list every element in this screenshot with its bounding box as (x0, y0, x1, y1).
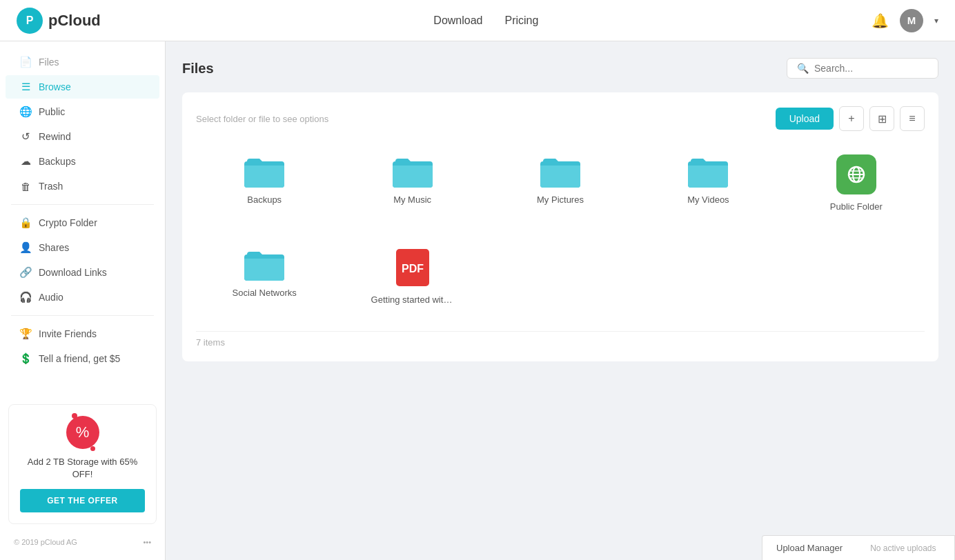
sidebar-item-tell-label: Tell a friend, get $5 (39, 353, 120, 364)
file-grid: Backups My Music My Pictures (196, 142, 925, 317)
grid-view-button[interactable]: ⊞ (869, 106, 894, 131)
sidebar-item-crypto[interactable]: 🔒 Crypto Folder (6, 211, 159, 234)
browse-icon: ☰ (19, 81, 32, 93)
sidebar-divider-2 (11, 315, 154, 316)
file-name-my-music: My Music (393, 194, 431, 205)
file-item-backups[interactable]: Backups (196, 142, 333, 224)
crypto-icon: 🔒 (19, 217, 32, 229)
promo-percent-icon: % (76, 423, 90, 441)
upload-manager-title: Upload Manager (776, 543, 843, 553)
folder-icon-my-music (393, 154, 433, 188)
sidebar-item-download-links-label: Download Links (39, 267, 107, 278)
logo-letter: P (26, 14, 34, 27)
main-content: Files 🔍 Select folder or file to see opt… (166, 41, 955, 560)
public-icon: 🌐 (19, 106, 32, 118)
sidebar-item-public-label: Public (39, 106, 65, 117)
invite-icon: 🏆 (19, 328, 32, 340)
pdf-icon: PDF (395, 248, 431, 288)
sidebar-item-rewind-label: Rewind (39, 131, 71, 142)
file-item-my-pictures[interactable]: My Pictures (492, 142, 629, 224)
file-name-social-networks: Social Networks (233, 288, 297, 298)
file-item-getting-started[interactable]: PDF Getting started with p… (344, 235, 480, 317)
avatar[interactable]: M (900, 9, 923, 32)
sidebar-item-invite[interactable]: 🏆 Invite Friends (6, 322, 159, 346)
sidebar-item-audio[interactable]: 🎧 Audio (6, 286, 159, 309)
logo-icon: P (17, 8, 43, 34)
sidebar-item-public[interactable]: 🌐 Public (6, 100, 159, 123)
footer-copyright: © 2019 pCloud AG (14, 538, 77, 546)
folder-icon-my-pictures (540, 154, 580, 188)
public-folder-svg (846, 164, 867, 185)
search-icon: 🔍 (797, 63, 809, 74)
add-folder-button[interactable]: + (839, 106, 864, 131)
sidebar-item-tell[interactable]: 💲 Tell a friend, get $5 (6, 347, 159, 370)
toolbar-actions: Upload + ⊞ ≡ (776, 106, 925, 131)
folder-icon-my-videos (688, 154, 728, 188)
sort-button[interactable]: ≡ (900, 106, 925, 131)
select-hint: Select folder or file to see options (196, 114, 328, 124)
sidebar-item-invite-label: Invite Friends (39, 328, 97, 339)
sidebar-item-shares[interactable]: 👤 Shares (6, 236, 159, 259)
footer-more-icon[interactable]: ••• (143, 538, 151, 546)
trash-icon: 🗑 (19, 180, 32, 192)
file-item-social-networks[interactable]: Social Networks (196, 235, 333, 317)
file-item-my-music[interactable]: My Music (344, 142, 480, 224)
search-box[interactable]: 🔍 (787, 58, 938, 79)
nav-download[interactable]: Download (433, 14, 482, 27)
promo-text: Add 2 TB Storage with 65% OFF! (20, 456, 145, 481)
sidebar-item-browse[interactable]: ☰ Browse (6, 75, 159, 99)
audio-icon: 🎧 (19, 291, 32, 303)
upload-manager[interactable]: Upload Manager No active uploads (762, 535, 955, 560)
file-name-my-pictures: My Pictures (537, 194, 584, 205)
folder-icon-backups (244, 154, 284, 188)
sidebar-item-shares-label: Shares (39, 242, 69, 253)
sidebar-item-audio-label: Audio (39, 292, 63, 303)
file-name-public-folder: Public Folder (830, 201, 883, 212)
sidebar-files-label: Files (39, 57, 59, 68)
upload-button[interactable]: Upload (776, 108, 834, 130)
svg-text:PDF: PDF (402, 263, 424, 274)
upload-manager-status: No active uploads (870, 543, 936, 553)
download-links-icon: 🔗 (19, 266, 32, 279)
sidebar-item-backups[interactable]: ☁ Backups (6, 150, 159, 173)
sidebar-item-browse-label: Browse (39, 81, 71, 92)
sidebar-files-header: 📄 Files (6, 50, 159, 74)
files-count: 7 items (196, 331, 925, 348)
sidebar-item-rewind[interactable]: ↺ Rewind (6, 125, 159, 148)
file-item-my-videos[interactable]: My Videos (640, 142, 776, 224)
sidebar-item-crypto-label: Crypto Folder (39, 217, 97, 228)
files-toolbar: Select folder or file to see options Upl… (196, 106, 925, 131)
file-name-getting-started: Getting started with p… (371, 294, 454, 305)
header-actions: 🔔 M ▾ (872, 9, 938, 32)
app-header: P pCloud Download Pricing 🔔 M ▾ (0, 0, 955, 41)
file-icon: 📄 (19, 56, 32, 68)
public-folder-icon (836, 154, 876, 194)
logo-text: pCloud (48, 12, 101, 30)
nav-pricing[interactable]: Pricing (505, 14, 539, 27)
files-content: Select folder or file to see options Upl… (182, 92, 938, 361)
folder-icon-social-networks (244, 248, 284, 281)
backups-icon: ☁ (19, 155, 32, 168)
main-header: Files 🔍 (182, 58, 938, 79)
sidebar-item-trash-label: Trash (39, 181, 63, 192)
notifications-bell-icon[interactable]: 🔔 (872, 12, 889, 29)
shares-icon: 👤 (19, 241, 32, 254)
promo-icon: % (66, 416, 99, 449)
sidebar-item-backups-label: Backups (39, 156, 76, 167)
sidebar: 📄 Files ☰ Browse 🌐 Public ↺ Rewind ☁ Bac… (0, 41, 166, 560)
sidebar-item-download-links[interactable]: 🔗 Download Links (6, 261, 159, 284)
logo[interactable]: P pCloud (17, 8, 101, 34)
sidebar-footer: © 2019 pCloud AG ••• (0, 532, 165, 552)
page-title: Files (182, 61, 214, 77)
rewind-icon: ↺ (19, 130, 32, 143)
sidebar-divider-1 (11, 204, 154, 205)
file-item-public-folder[interactable]: Public Folder (788, 142, 925, 224)
file-name-my-videos: My Videos (687, 194, 729, 205)
file-name-backups: Backups (247, 194, 282, 205)
sidebar-item-trash[interactable]: 🗑 Trash (6, 174, 159, 198)
app-layout: 📄 Files ☰ Browse 🌐 Public ↺ Rewind ☁ Bac… (0, 41, 955, 560)
search-input[interactable] (814, 63, 928, 74)
promo-button[interactable]: GET THE OFFER (20, 489, 145, 512)
main-nav: Download Pricing (433, 14, 538, 27)
avatar-dropdown-icon[interactable]: ▾ (934, 16, 938, 26)
